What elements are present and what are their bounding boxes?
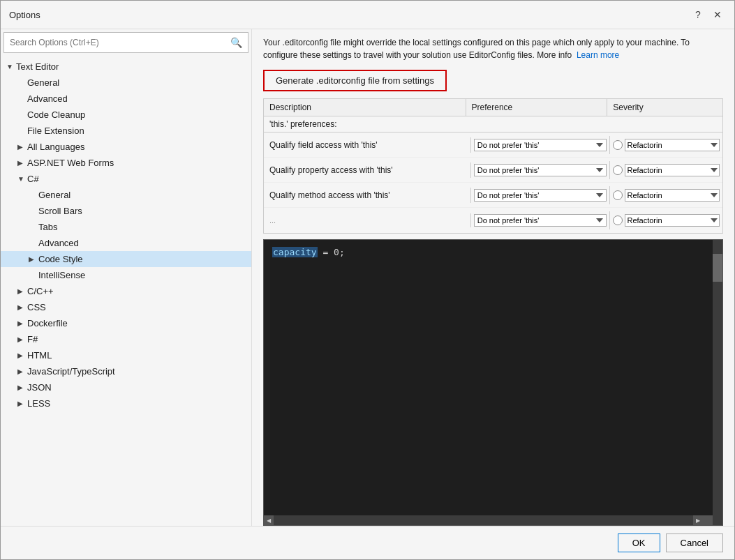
tree-arrow-html[interactable]: ▶ [17,351,27,359]
preferences-table: Description Preference Severity 'this.' … [263,98,723,234]
tree-label-scroll-bars: Scroll Bars [38,206,82,216]
row1-radio[interactable] [613,140,623,150]
row4-sev[interactable]: Refactorin [610,211,722,229]
row2-pref-select[interactable]: Do not prefer 'this' Prefer 'this' [474,164,607,176]
tree-arrow-asp-net[interactable]: ▶ [17,159,27,167]
tree-item-intellisense[interactable]: IntelliSense [1,267,251,283]
tree-item-dockerfile[interactable]: ▶Dockerfile [1,315,251,331]
table-row: Qualify method access with 'this' Do not… [264,183,722,208]
tree-label-javascript: JavaScript/TypeScript [27,366,115,377]
row1-pref-select[interactable]: Do not prefer 'this' Prefer 'this' [474,139,607,151]
dialog-body: 🔍 ▼Text EditorGeneralAdvancedCode Cleanu… [1,29,734,526]
tree-label-fsharp: F# [27,334,38,345]
tree-item-fsharp[interactable]: ▶F# [1,331,251,347]
row2-pref[interactable]: Do not prefer 'this' Prefer 'this' [471,161,611,179]
table-scroll-area[interactable]: 'this.' preferences: Qualify field acces… [264,116,722,233]
tree-arrow-all-languages[interactable]: ▶ [17,143,27,151]
tree-item-css[interactable]: ▶CSS [1,299,251,315]
generate-btn-container: Generate .editorconfig file from setting… [252,66,734,98]
row1-sev[interactable]: Refactorin Warning Error [610,136,722,154]
code-rest: = 0; [318,247,345,257]
code-horizontal-scrollbar[interactable]: ◀ ▶ [264,515,713,525]
table-row-partial: ... Do not prefer 'this' Refactorin [264,208,722,233]
row3-sev[interactable]: Refactorin Warning Error [610,186,722,204]
tree-item-advanced[interactable]: Advanced [1,91,251,107]
tree-item-file-extension[interactable]: File Extension [1,123,251,139]
tree-arrow-json[interactable]: ▶ [17,384,27,391]
col-header-description: Description [264,99,466,116]
tree-arrow-css[interactable]: ▶ [17,303,27,311]
tree-container[interactable]: ▼Text EditorGeneralAdvancedCode CleanupF… [1,56,251,526]
row3-radio[interactable] [613,190,623,200]
code-highlight-capacity: capacity [272,247,318,257]
row1-desc: Qualify field access with 'this' [264,137,471,153]
tree-arrow-csharp[interactable]: ▼ [17,175,27,183]
row3-pref[interactable]: Do not prefer 'this' Prefer 'this' [471,186,611,204]
tree-item-code-cleanup[interactable]: Code Cleanup [1,107,251,123]
row4-pref[interactable]: Do not prefer 'this' [471,211,611,229]
row4-pref-select[interactable]: Do not prefer 'this' [474,214,607,227]
tree-item-javascript[interactable]: ▶JavaScript/TypeScript [1,363,251,379]
search-input[interactable] [10,38,230,47]
cancel-button[interactable]: Cancel [666,533,723,552]
row2-sev-select[interactable]: Refactorin Warning Error [625,164,720,176]
row2-sev[interactable]: Refactorin Warning Error [610,161,722,179]
row1-pref[interactable]: Do not prefer 'this' Prefer 'this' [471,136,611,154]
title-bar: Options ? ✕ [1,1,734,29]
tree-label-asp-net: ASP.NET Web Forms [27,158,114,168]
tree-item-all-languages[interactable]: ▶All Languages [1,139,251,155]
tree-item-csharp-advanced[interactable]: Advanced [1,235,251,251]
tree-arrow-text-editor[interactable]: ▼ [6,63,16,70]
tree-item-json[interactable]: ▶JSON [1,379,251,395]
tree-item-csharp[interactable]: ▼C# [1,171,251,187]
scroll-track[interactable] [274,515,693,525]
tree-label-all-languages: All Languages [27,142,84,152]
row3-desc: Qualify method access with 'this' [264,188,471,203]
col-header-severity: Severity [607,99,722,116]
scroll-right-arrow[interactable]: ▶ [693,515,703,525]
tree-label-code-cleanup: Code Cleanup [27,109,85,120]
row2-radio[interactable] [613,165,623,175]
scroll-corner [703,515,713,525]
tree-item-csharp-general[interactable]: General [1,187,251,203]
tree-item-code-style[interactable]: ▶Code Style [1,251,251,267]
help-button[interactable]: ? [690,6,706,23]
tree-label-text-editor: Text Editor [16,61,59,72]
row4-radio[interactable] [613,215,623,225]
tree-arrow-javascript[interactable]: ▶ [17,368,27,375]
code-vertical-scrollbar[interactable] [713,240,722,525]
scroll-left-arrow[interactable]: ◀ [264,515,274,525]
row3-sev-select[interactable]: Refactorin Warning Error [625,189,720,202]
tree-label-html: HTML [27,350,52,361]
tree-item-scroll-bars[interactable]: Scroll Bars [1,203,251,219]
code-scrollbar-thumb[interactable] [713,254,722,282]
tree-label-general: General [27,77,59,88]
generate-editorconfig-button[interactable]: Generate .editorconfig file from setting… [263,70,447,91]
tree-label-code-style: Code Style [38,254,83,264]
tree-item-tabs[interactable]: Tabs [1,219,251,235]
table-row: Qualify property access with 'this' Do n… [264,158,722,183]
ok-button[interactable]: OK [618,533,660,552]
code-preview: capacity = 0; ◀ ▶ [263,239,723,526]
tree-arrow-less[interactable]: ▶ [17,400,27,407]
tree-item-asp-net[interactable]: ▶ASP.NET Web Forms [1,155,251,171]
tree-label-file-extension: File Extension [27,126,84,136]
tree-item-general[interactable]: General [1,75,251,91]
tree-label-csharp: C# [27,174,39,184]
tree-arrow-dockerfile[interactable]: ▶ [17,319,27,327]
tree-arrow-fsharp[interactable]: ▶ [17,335,27,343]
options-dialog: Options ? ✕ 🔍 ▼Text EditorGeneralAdvance… [0,0,735,560]
tree-item-cpp[interactable]: ▶C/C++ [1,283,251,299]
learn-more-link[interactable]: Learn more [577,50,619,60]
close-button[interactable]: ✕ [709,6,726,23]
row1-sev-select[interactable]: Refactorin Warning Error [625,139,720,151]
code-content-area: capacity = 0; [264,240,722,266]
search-box[interactable]: 🔍 [3,32,248,53]
row4-sev-select[interactable]: Refactorin [625,214,720,227]
tree-arrow-cpp[interactable]: ▶ [17,287,27,295]
tree-item-text-editor[interactable]: ▼Text Editor [1,59,251,75]
row3-pref-select[interactable]: Do not prefer 'this' Prefer 'this' [474,189,607,202]
tree-item-less[interactable]: ▶LESS [1,395,251,411]
tree-item-html[interactable]: ▶HTML [1,347,251,363]
tree-arrow-code-style[interactable]: ▶ [29,255,38,263]
